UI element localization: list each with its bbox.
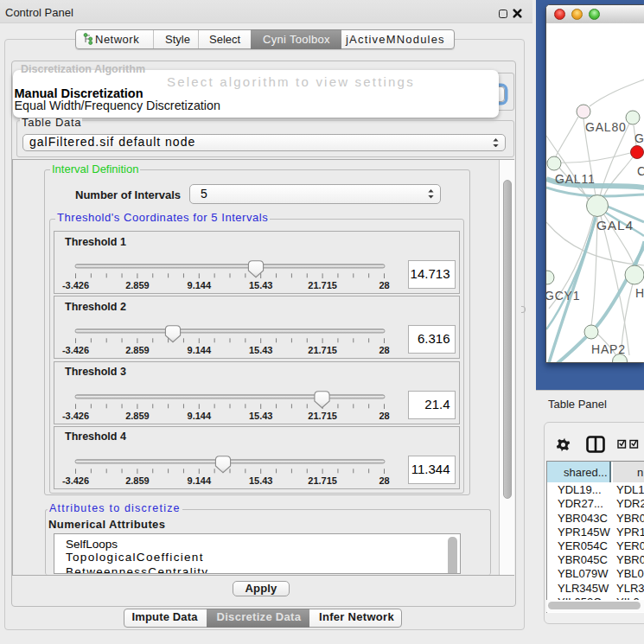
svg-text:28: 28 [379, 475, 389, 485]
svg-text:15.43: 15.43 [249, 410, 273, 420]
svg-text:21.715: 21.715 [308, 475, 337, 485]
svg-text:GAL80: GAL80 [585, 120, 627, 134]
svg-text:-3.426: -3.426 [62, 345, 89, 355]
svg-text:9.144: 9.144 [188, 410, 212, 420]
svg-text:2.859: 2.859 [125, 345, 150, 355]
svg-text:9.144: 9.144 [188, 280, 212, 290]
svg-text:-3.426: -3.426 [62, 410, 89, 420]
svg-text:21.715: 21.715 [308, 345, 337, 355]
svg-text:GAL11: GAL11 [555, 172, 596, 186]
svg-text:GA: GA [634, 131, 644, 145]
svg-text:9.144: 9.144 [188, 345, 212, 355]
svg-text:-3.426: -3.426 [62, 475, 89, 485]
svg-text:2.859: 2.859 [125, 280, 150, 290]
svg-text:C: C [637, 164, 644, 178]
svg-text:21.715: 21.715 [308, 280, 337, 290]
svg-text:28: 28 [379, 280, 389, 290]
svg-text:9.144: 9.144 [188, 475, 212, 485]
svg-text:28: 28 [379, 345, 389, 355]
svg-text:15.43: 15.43 [249, 280, 273, 290]
svg-text:HAP2: HAP2 [591, 342, 626, 356]
svg-text:-3.426: -3.426 [62, 280, 89, 290]
svg-text:28: 28 [379, 410, 389, 420]
svg-text:GAL4: GAL4 [596, 218, 634, 233]
svg-text:H: H [635, 286, 644, 300]
svg-text:GCY1: GCY1 [546, 289, 580, 303]
svg-text:2.859: 2.859 [125, 410, 150, 420]
svg-text:15.43: 15.43 [249, 475, 273, 485]
svg-text:15.43: 15.43 [249, 345, 273, 355]
svg-text:21.715: 21.715 [308, 410, 337, 420]
svg-text:2.859: 2.859 [125, 475, 150, 485]
